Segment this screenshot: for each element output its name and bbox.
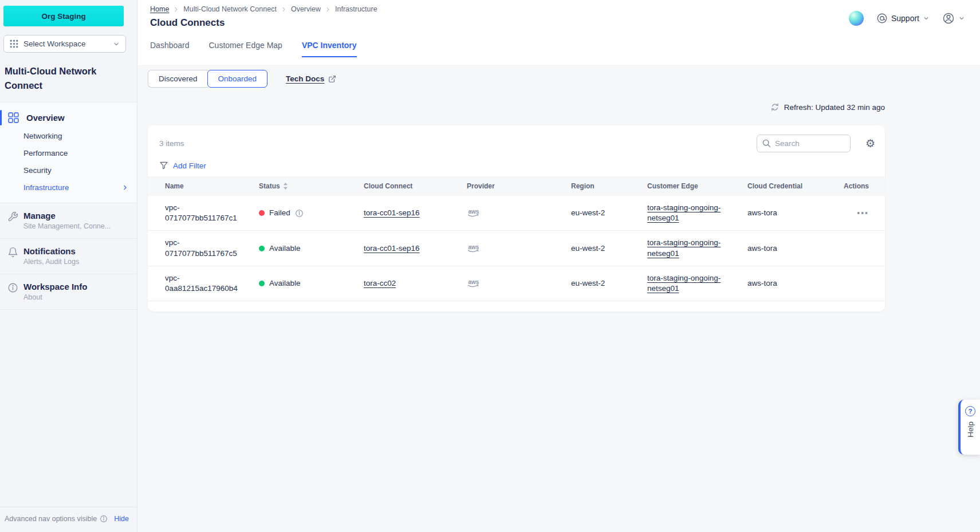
sidebar-item-subtitle: About bbox=[23, 293, 129, 301]
breadcrumb: Home Multi-Cloud Network Connect Overvie… bbox=[150, 5, 377, 13]
filter-funnel-icon bbox=[159, 161, 168, 170]
table-row: vpc-0717077bb511767c5 Available tora-cc0… bbox=[148, 231, 885, 266]
chevron-down-icon bbox=[923, 15, 930, 22]
help-tab[interactable]: ? Help bbox=[958, 400, 980, 455]
hide-nav-link[interactable]: Hide bbox=[114, 515, 129, 523]
sidebar-item-label: Notifications bbox=[23, 246, 129, 256]
cloud-connect-link[interactable]: tora-cc01-sep16 bbox=[364, 244, 420, 253]
support-icon bbox=[876, 13, 888, 24]
sidebar-item-label: Networking bbox=[23, 132, 62, 140]
customer-edge-link[interactable]: tora-staging-ongoing-netseg01 bbox=[647, 274, 721, 293]
chevron-right-icon bbox=[325, 6, 331, 13]
sidebar-item-manage[interactable]: Manage Site Management, Conne... bbox=[0, 203, 137, 239]
column-header-provider: Provider bbox=[467, 176, 571, 196]
org-banner-button[interactable]: Org Staging bbox=[3, 6, 124, 26]
tech-docs-label: Tech Docs bbox=[286, 74, 324, 83]
row-actions-button[interactable]: ••• bbox=[839, 196, 885, 231]
sidebar-item-workspace-info[interactable]: Workspace Info About bbox=[0, 274, 137, 310]
breadcrumb-item[interactable]: Infrastructure bbox=[335, 5, 377, 13]
help-label: Help bbox=[966, 421, 975, 438]
vpc-inventory-table: Name Status Cloud Connect Provider Regi bbox=[148, 176, 885, 301]
page-title: Cloud Connects bbox=[150, 17, 377, 29]
sidebar-item-label: Workspace Info bbox=[23, 282, 129, 291]
grid-dots-icon bbox=[10, 40, 18, 48]
sidebar: Org Staging Select Workspace Multi-Cloud… bbox=[0, 0, 137, 532]
status-info-icon[interactable] bbox=[295, 209, 304, 218]
sidebar-item-label: Performance bbox=[23, 149, 68, 157]
workspace-selector-label: Select Workspace bbox=[23, 40, 86, 48]
cloud-connect-link[interactable]: tora-cc02 bbox=[364, 279, 396, 287]
aws-text: aws bbox=[468, 208, 479, 215]
overview-grid-icon bbox=[8, 112, 19, 123]
aws-provider-icon: aws bbox=[467, 208, 481, 218]
column-header-cloud-credential: Cloud Credential bbox=[747, 176, 839, 196]
column-header-label: Status bbox=[259, 182, 280, 190]
tab-dashboard[interactable]: Dashboard bbox=[150, 41, 190, 57]
vpc-name: vpc-0717077bb511767c5 bbox=[148, 231, 259, 266]
sidebar-item-notifications[interactable]: Notifications Alerts, Audit Logs bbox=[0, 239, 137, 274]
info-icon bbox=[7, 282, 18, 293]
status-dot-available bbox=[259, 281, 265, 286]
wrench-icon bbox=[7, 211, 18, 222]
gear-icon[interactable]: ⚙ bbox=[865, 138, 875, 149]
bell-icon bbox=[7, 247, 18, 258]
cloud-connect-link[interactable]: tora-cc01-sep16 bbox=[364, 208, 420, 217]
refresh-label: Refresh: Updated 32 min ago bbox=[784, 103, 885, 112]
customer-edge-link[interactable]: tora-staging-ongoing-netseg01 bbox=[647, 203, 721, 222]
tab-customer-edge-map[interactable]: Customer Edge Map bbox=[209, 41, 282, 57]
sidebar-item-performance[interactable]: Performance bbox=[0, 144, 137, 161]
column-header-cloud-connect: Cloud Connect bbox=[364, 176, 467, 196]
support-menu[interactable]: Support bbox=[876, 13, 930, 24]
status-dot-failed bbox=[259, 210, 265, 216]
add-filter-button[interactable]: Add Filter bbox=[148, 152, 885, 176]
sidebar-item-label: Infrastructure bbox=[23, 183, 69, 192]
status-text: Available bbox=[269, 243, 301, 254]
tech-docs-link[interactable]: Tech Docs bbox=[286, 74, 336, 83]
region-value: eu-west-2 bbox=[571, 231, 647, 266]
column-header-customer-edge: Customer Edge bbox=[647, 176, 747, 196]
view-tabs: Dashboard Customer Edge Map VPC Inventor… bbox=[150, 41, 980, 57]
chevron-right-icon bbox=[173, 6, 179, 13]
sidebar-item-networking[interactable]: Networking bbox=[0, 127, 137, 144]
column-header-name: Name bbox=[148, 176, 259, 196]
sort-icon bbox=[283, 182, 288, 190]
external-link-icon bbox=[328, 75, 336, 83]
status-dot-available bbox=[259, 246, 265, 251]
chevron-right-icon bbox=[281, 6, 287, 13]
breadcrumb-item[interactable]: Multi-Cloud Network Connect bbox=[183, 5, 277, 13]
cloud-credential-value: aws-tora bbox=[747, 196, 839, 231]
column-header-status[interactable]: Status bbox=[259, 176, 364, 196]
advanced-nav-footer: Advanced nav options visible Hide bbox=[0, 507, 137, 532]
refresh-status[interactable]: Refresh: Updated 32 min ago bbox=[148, 103, 885, 112]
table-row: vpc-0717077bb511767c1 Failed tora-cc01-s… bbox=[148, 196, 885, 231]
vpc-name: vpc-0717077bb511767c1 bbox=[148, 196, 259, 231]
assistant-sphere-button[interactable] bbox=[849, 11, 864, 26]
toggle-discovered-button[interactable]: Discovered bbox=[148, 70, 208, 88]
account-menu[interactable] bbox=[942, 12, 965, 25]
chevron-right-icon bbox=[121, 184, 129, 191]
sidebar-item-subtitle: Alerts, Audit Logs bbox=[23, 258, 129, 266]
cloud-credential-value: aws-tora bbox=[747, 231, 839, 266]
table-header-row: Name Status Cloud Connect Provider Regi bbox=[148, 176, 885, 196]
item-count: 3 items bbox=[159, 139, 184, 148]
toggle-onboarded-button[interactable]: Onboarded bbox=[207, 70, 268, 88]
vpc-name: vpc-0aa81215ac17960b4 bbox=[148, 266, 259, 301]
sidebar-item-overview[interactable]: Overview bbox=[0, 108, 137, 127]
workspace-selector[interactable]: Select Workspace bbox=[3, 35, 126, 53]
sidebar-item-security[interactable]: Security bbox=[0, 161, 137, 179]
breadcrumb-home[interactable]: Home bbox=[150, 5, 169, 13]
main-area: Home Multi-Cloud Network Connect Overvie… bbox=[138, 0, 980, 532]
sidebar-item-label: Overview bbox=[26, 113, 65, 123]
customer-edge-link[interactable]: tora-staging-ongoing-netseg01 bbox=[647, 238, 721, 257]
page-header: Home Multi-Cloud Network Connect Overvie… bbox=[138, 0, 980, 65]
aws-text: aws bbox=[468, 279, 479, 285]
sidebar-item-label: Security bbox=[23, 166, 52, 175]
chevron-down-icon bbox=[958, 15, 965, 22]
table-row: vpc-0aa81215ac17960b4 Available tora-cc0… bbox=[148, 266, 885, 301]
info-icon bbox=[100, 515, 108, 523]
breadcrumb-item[interactable]: Overview bbox=[291, 5, 321, 13]
sidebar-item-infrastructure[interactable]: Infrastructure bbox=[0, 179, 137, 196]
tab-vpc-inventory[interactable]: VPC Inventory bbox=[302, 41, 357, 57]
aws-provider-icon: aws bbox=[467, 243, 481, 254]
account-icon bbox=[942, 12, 955, 25]
